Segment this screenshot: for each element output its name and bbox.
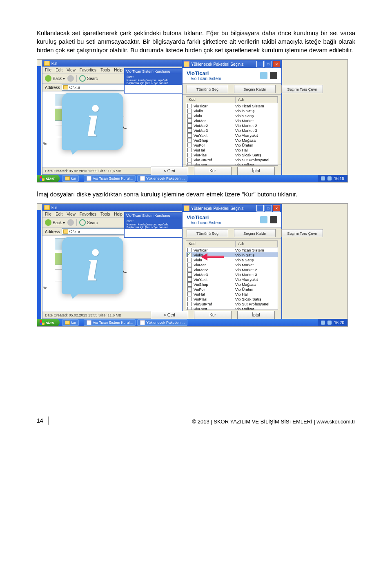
col-kod[interactable]: Kod <box>186 97 236 103</box>
col-kod[interactable]: Kod <box>186 241 236 247</box>
start-button[interactable]: start <box>37 175 60 182</box>
table-row[interactable]: VioYakitVio Akaryakıt <box>186 133 278 138</box>
start-button[interactable]: start <box>37 319 60 326</box>
checkbox[interactable] <box>187 277 192 282</box>
checkbox[interactable] <box>187 253 192 257</box>
table-row[interactable]: ViolaViola Satış <box>186 113 278 118</box>
menu-tools[interactable]: Tools <box>100 68 110 72</box>
checkbox[interactable] <box>187 272 192 277</box>
search-button[interactable]: Searc <box>79 75 98 82</box>
table-row[interactable]: VioTicariVio Ticari Sistem <box>186 247 278 252</box>
checkbox[interactable] <box>187 148 192 152</box>
checkbox[interactable] <box>187 109 192 113</box>
checkbox[interactable] <box>187 138 192 143</box>
col-adi[interactable]: Adı <box>236 241 278 247</box>
tray-icon[interactable] <box>321 176 325 180</box>
checkbox[interactable] <box>187 282 192 287</box>
table-row[interactable]: VioPlasVio Sicak Satış <box>186 296 278 301</box>
table-row[interactable]: VioSutPrefVio Süt Profesyonel <box>186 157 278 162</box>
checkbox[interactable] <box>187 287 192 292</box>
table-row[interactable]: VioMar3Vio Market-3 <box>186 128 278 133</box>
table-row[interactable]: VioSutPrefVio Süt Profesyonel <box>186 301 278 306</box>
table-row[interactable]: VioMar2Vio Market-2 <box>186 123 278 128</box>
menu-tools[interactable]: Tools <box>100 212 110 216</box>
table-row[interactable]: VioMarVio Market <box>186 118 278 123</box>
checkbox[interactable] <box>187 263 192 267</box>
close-button[interactable]: ✕ <box>273 205 280 212</box>
install-button[interactable]: Kur <box>194 167 232 175</box>
dialog-titlebar[interactable]: Yüklenecek Paketleri Seçiniz _ □ ✕ <box>183 60 281 68</box>
table-row[interactable]: ViolinViolin Satış <box>186 108 278 113</box>
unselect-button[interactable]: Seçimi Kaldır <box>234 229 276 237</box>
table-row[interactable]: VioMarVio Market <box>186 262 278 267</box>
table-row[interactable]: VioMar3Vio Market-3 <box>186 272 278 277</box>
taskbar-item[interactable]: kur <box>62 319 79 326</box>
col-adi[interactable]: Adı <box>236 97 278 103</box>
gear-icon[interactable] <box>260 72 267 79</box>
back-button[interactable]: Back ▾ <box>45 219 65 226</box>
checkbox[interactable] <box>187 123 192 128</box>
cancel-button[interactable]: İptal <box>237 311 275 319</box>
checkbox[interactable] <box>187 133 192 138</box>
taskbar-item[interactable]: kur <box>62 175 79 182</box>
box-icon[interactable] <box>270 72 277 79</box>
tray-icon[interactable] <box>327 321 332 325</box>
maximize-button[interactable]: □ <box>265 61 272 67</box>
checkbox[interactable] <box>187 104 192 108</box>
select-all-button[interactable]: Tümünü Seç <box>187 229 228 237</box>
checkbox[interactable] <box>187 118 192 123</box>
invert-selection-button[interactable]: Seçimi Ters Çevir <box>281 229 323 237</box>
table-row[interactable]: VioTicariVio Ticari Sistem <box>186 103 278 108</box>
table-row[interactable]: VioShopVio Mağaza <box>186 282 278 287</box>
table-row[interactable]: VioYakitVio Akaryakıt <box>186 277 278 282</box>
back-button[interactable]: Back ▾ <box>45 75 65 82</box>
table-row[interactable]: VioForVio Üretim <box>186 143 278 147</box>
menu-view[interactable]: View <box>67 212 76 216</box>
taskbar-item[interactable]: Yüklenecek Paketleri ... <box>137 175 187 182</box>
checkbox[interactable] <box>187 258 192 262</box>
dialog-titlebar[interactable]: Yüklenecek Paketleri Seçiniz _ □ ✕ <box>183 205 281 212</box>
maximize-button[interactable]: □ <box>265 205 272 212</box>
table-row[interactable]: VioForVio Üretim <box>186 287 278 292</box>
menu-edit[interactable]: Edit <box>56 212 62 216</box>
menu-help[interactable]: Help <box>114 212 122 216</box>
menu-edit[interactable]: Edit <box>56 68 62 72</box>
box-icon[interactable] <box>270 216 277 223</box>
invert-selection-button[interactable]: Seçimi Ters Çevir <box>281 85 323 93</box>
menu-favorites[interactable]: Favorites <box>80 68 96 72</box>
menu-file[interactable]: File <box>45 212 51 216</box>
unselect-button[interactable]: Seçimi Kaldır <box>234 85 276 93</box>
minimize-button[interactable]: _ <box>256 205 264 212</box>
menu-view[interactable]: View <box>67 68 76 72</box>
table-row[interactable]: VioHalVio Hal <box>186 292 278 296</box>
wizard-titlebar[interactable]: Vio Ticari Sistem Kurulumu <box>125 69 190 74</box>
menu-file[interactable]: File <box>45 68 51 72</box>
taskbar-item[interactable]: Vio Ticari Sistem Kurul... <box>84 319 136 326</box>
wizard-titlebar[interactable]: Vio Ticari Sistem Kurulumu <box>125 213 190 218</box>
checkbox[interactable] <box>187 128 192 133</box>
tray-icon[interactable] <box>327 176 332 180</box>
forward-button[interactable] <box>67 75 74 82</box>
tray-icon[interactable] <box>321 321 325 325</box>
table-row[interactable]: VioShopVio Mağaza <box>186 138 278 143</box>
close-button[interactable]: ✕ <box>273 61 280 67</box>
checkbox[interactable] <box>187 297 192 301</box>
checkbox[interactable] <box>187 114 192 118</box>
search-button[interactable]: Searc <box>79 219 98 226</box>
table-row[interactable]: ViolaViola Satış <box>186 257 278 262</box>
address-input[interactable]: C:\kur <box>62 228 130 235</box>
table-row[interactable]: VioHalVio Hal <box>186 147 278 152</box>
address-input[interactable]: C:\kur <box>62 84 130 91</box>
checkbox[interactable] <box>187 153 192 157</box>
table-row[interactable]: VioMar2Vio Market-2 <box>186 267 278 272</box>
forward-button[interactable] <box>67 219 74 226</box>
select-all-button[interactable]: Tümünü Seç <box>187 85 228 93</box>
table-row[interactable]: ViolinViolin Satış <box>186 252 278 257</box>
back-button[interactable]: < Geri <box>151 167 188 175</box>
minimize-button[interactable]: _ <box>256 61 264 67</box>
back-button[interactable]: < Geri <box>151 311 188 319</box>
checkbox[interactable] <box>187 302 192 306</box>
menu-help[interactable]: Help <box>114 68 122 72</box>
checkbox[interactable] <box>187 158 192 162</box>
checkbox[interactable] <box>187 143 192 147</box>
